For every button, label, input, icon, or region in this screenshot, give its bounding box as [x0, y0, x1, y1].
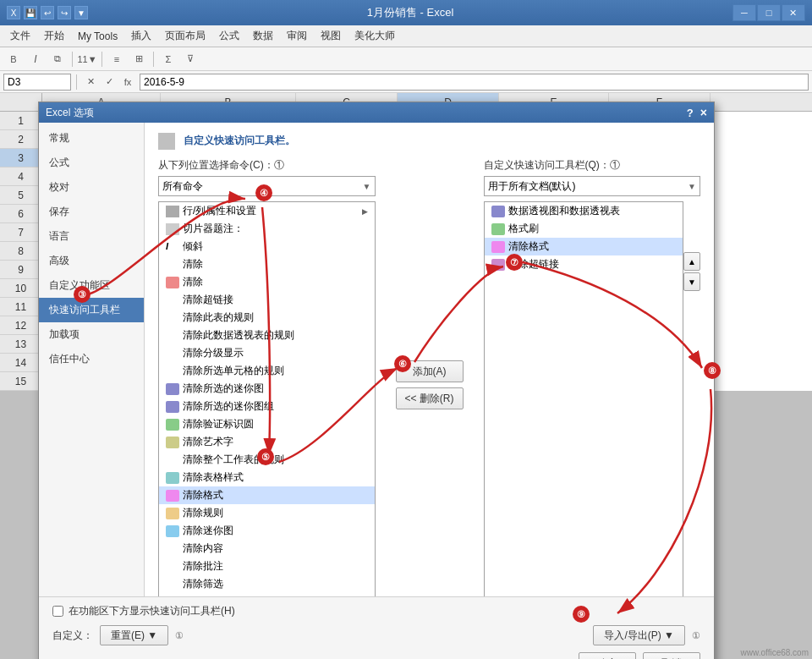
toolbar-sum[interactable]: Σ [158, 50, 178, 69]
cancel-formula-icon[interactable]: ✕ [82, 74, 99, 91]
list-item[interactable]: 清除规则 [159, 504, 375, 522]
row-header-12[interactable]: 12 [0, 316, 42, 335]
quick-more-icon[interactable]: ▼ [74, 6, 88, 19]
app-title: 1月份销售 - Excel [367, 5, 454, 20]
sidebar-item-addins[interactable]: 加载项 [39, 322, 144, 347]
title-bar: X 💾 ↩ ↪ ▼ 1月份销售 - Excel ─ □ ✕ [0, 0, 812, 25]
list-item[interactable]: 清除此表的规则 [159, 309, 375, 327]
right-panel-label: 自定义快速访问工具栏(Q)：① [484, 158, 701, 173]
insert-function-icon[interactable]: fx [119, 74, 136, 91]
list-item[interactable]: 清除表格样式 [159, 469, 375, 486]
cancel-button[interactable]: 取消 [643, 652, 700, 659]
move-up-button[interactable]: ▲ [683, 252, 700, 271]
menu-view[interactable]: 视图 [314, 26, 348, 46]
import-export-button[interactable]: 导入/导出(P) ▼ [593, 625, 685, 645]
list-item[interactable]: 清除 [159, 255, 375, 273]
formula-input[interactable] [140, 74, 809, 91]
menu-formula[interactable]: 公式 [212, 26, 246, 46]
show-below-ribbon-checkbox[interactable] [52, 606, 63, 617]
menu-review[interactable]: 审阅 [280, 26, 314, 46]
sidebar-item-formula[interactable]: 公式 [39, 151, 144, 175]
right-list-item-format-brush[interactable]: 格式刷 [485, 220, 683, 238]
menu-file[interactable]: 文件 [3, 26, 37, 46]
badge-7: ⑦ [506, 254, 523, 271]
menu-page-layout[interactable]: 页面布局 [158, 26, 212, 46]
row-header-14[interactable]: 14 [0, 354, 42, 372]
sidebar-item-general[interactable]: 常规 [39, 126, 144, 151]
toolbar-merge[interactable]: ⊞ [129, 50, 149, 69]
quick-save-icon[interactable]: 💾 [24, 6, 37, 19]
row-header-9[interactable]: 9 [0, 261, 42, 279]
dialog-close-button[interactable]: × [700, 106, 707, 119]
list-item[interactable]: 清除超链接 [159, 291, 375, 309]
row-header-1[interactable]: 1 [0, 112, 42, 130]
menu-mytools[interactable]: My Tools [71, 28, 124, 45]
list-item[interactable]: 切片器题注： [159, 220, 375, 238]
menu-beautify[interactable]: 美化大师 [348, 26, 402, 46]
row-header-15[interactable]: 15 [0, 372, 42, 391]
list-item[interactable]: 清除所选单元格的规则 [159, 362, 375, 380]
list-item[interactable]: 行/列属性和设置 [159, 202, 375, 220]
list-item[interactable]: 清除验证标识圆 [159, 415, 375, 433]
menu-insert[interactable]: 插入 [124, 26, 158, 46]
quick-redo-icon[interactable]: ↪ [58, 6, 71, 19]
sidebar-item-quick-access[interactable]: 快速访问工具栏 [39, 298, 144, 322]
toolbar-copy[interactable]: ⧉ [47, 50, 68, 69]
dialog-help-button[interactable]: ? [687, 107, 694, 119]
row-header-11[interactable]: 11 [0, 298, 42, 316]
list-item[interactable]: 清除 [159, 273, 375, 291]
row-header-5[interactable]: 5 [0, 186, 42, 205]
list-item[interactable]: 清除所选的迷你图组 [159, 398, 375, 415]
list-item[interactable]: 清除分级显示 [159, 344, 375, 362]
move-down-button[interactable]: ▼ [683, 272, 700, 291]
two-panel-layout: 从下列位置选择命令(C)：① 所有命令 ▼ 行/列属性和设置 切片器题注： [158, 158, 700, 596]
toolbar-italic[interactable]: I [25, 50, 46, 69]
row-header-4[interactable]: 4 [0, 167, 42, 186]
sidebar-item-proofing[interactable]: 校对 [39, 175, 144, 200]
main-section-title: 自定义快速访问工具栏。 [158, 133, 700, 150]
toolbar-align-left[interactable]: ≡ [107, 50, 127, 69]
row-header-3[interactable]: 3 [0, 149, 42, 167]
list-item[interactable]: I 倾斜 [159, 238, 375, 255]
row-header-6[interactable]: 6 [0, 205, 42, 223]
left-panel-list[interactable]: 行/列属性和设置 切片器题注： I 倾斜 清除 [158, 201, 376, 596]
close-button[interactable]: ✕ [782, 4, 805, 21]
sidebar-item-save[interactable]: 保存 [39, 200, 144, 224]
sidebar-item-customize-ribbon[interactable]: 自定义功能区 [39, 273, 144, 298]
list-item[interactable]: 清除迷你图 [159, 522, 375, 540]
right-panel: 自定义快速访问工具栏(Q)：① 用于所有文档(默认) ▼ 数据透视图和数据透视表 [484, 158, 701, 596]
cell-reference-input[interactable] [3, 74, 71, 91]
right-panel-dropdown[interactable]: 用于所有文档(默认) ▼ [484, 176, 701, 196]
formula-sep [76, 74, 77, 90]
menu-home[interactable]: 开始 [37, 26, 71, 46]
excel-icon[interactable]: X [7, 6, 20, 19]
row-header-10[interactable]: 10 [0, 279, 42, 298]
list-item[interactable]: 清除筛选 [159, 575, 375, 593]
menu-data[interactable]: 数据 [246, 26, 280, 46]
toolbar-filter[interactable]: ⊽ [180, 50, 200, 69]
toolbar-font-size[interactable]: 11▼ [77, 50, 97, 69]
list-item[interactable]: 清除内容 [159, 540, 375, 557]
row-header-13[interactable]: 13 [0, 335, 42, 354]
remove-button[interactable]: << 删除(R) [396, 387, 464, 409]
quick-undo-icon[interactable]: ↩ [41, 6, 54, 19]
right-list-item-clear-format[interactable]: 清除格式 [485, 238, 683, 255]
list-item[interactable]: 清除数据透视表 [159, 593, 375, 596]
confirm-formula-icon[interactable]: ✓ [101, 74, 118, 91]
row-header-7[interactable]: 7 [0, 223, 42, 242]
row-header-2[interactable]: 2 [0, 130, 42, 149]
list-item[interactable]: 清除批注 [159, 557, 375, 575]
list-item[interactable]: 清除此数据透视表的规则 [159, 327, 375, 344]
row-header-8[interactable]: 8 [0, 242, 42, 261]
maximize-button[interactable]: □ [757, 4, 781, 21]
ok-button[interactable]: 确定 [579, 652, 636, 659]
minimize-button[interactable]: ─ [732, 4, 756, 21]
list-item-clear-format[interactable]: 清除格式 [159, 486, 375, 504]
right-list-item-pivot[interactable]: 数据透视图和数据透视表 [485, 202, 683, 220]
sidebar-item-language[interactable]: 语言 [39, 224, 144, 249]
reset-button[interactable]: 重置(E) ▼ [100, 625, 168, 645]
sidebar-item-trust-center[interactable]: 信任中心 [39, 347, 144, 371]
list-item[interactable]: 清除所选的迷你图 [159, 380, 375, 398]
toolbar-bold[interactable]: B [3, 50, 24, 69]
sidebar-item-advanced[interactable]: 高级 [39, 249, 144, 273]
